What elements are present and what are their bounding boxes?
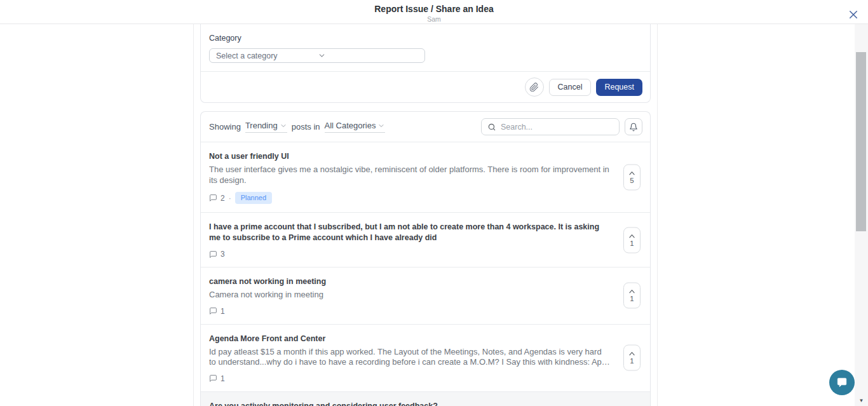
post-title[interactable]: I have a prime account that I subscribed… [209,222,611,243]
chevron-up-icon [628,233,635,238]
post-meta: 1 [209,307,611,316]
upvote-button[interactable]: 1 [623,345,641,371]
feedback-posts-card: Showing Trending posts in All Categories [200,111,651,406]
page-subtitle: Sam [0,15,868,23]
report-form-card: Category Select a category Cancel Reques… [200,24,651,103]
post-description: Camera not working in meeting [209,290,611,301]
post-row[interactable]: I have a prime account that I subscribed… [201,212,650,267]
posts-list: Not a user friendly UI The user interfac… [201,142,650,406]
chevron-up-icon [628,289,635,294]
chevron-down-icon [280,122,287,130]
scrollbar-down-arrow[interactable]: ▼ [855,396,868,405]
comments-button[interactable]: 2 [209,194,225,203]
vote-count: 1 [630,357,634,365]
comments-button[interactable]: 1 [209,307,225,316]
search-box [481,118,620,135]
filter-bar: Showing Trending posts in All Categories [201,112,650,142]
upvote-button[interactable]: 5 [623,165,641,191]
upvote-button[interactable]: 1 [623,227,641,253]
comment-count: 1 [220,307,225,316]
post-description: Id pay atleast $15 a month if this app w… [209,347,611,368]
category-select-value: Select a category [216,51,318,60]
post-meta: 2 · Planned [209,192,611,204]
chat-bubble-icon [836,377,848,388]
posts-in-label: posts in [292,122,320,132]
vote-count: 1 [630,295,634,302]
close-button[interactable] [848,8,862,22]
bell-icon [629,123,638,132]
category-label: Category [209,34,642,43]
content-column: Category Select a category Cancel Reques… [193,24,658,406]
showing-label: Showing [209,122,241,132]
chevron-up-icon [628,171,635,176]
sort-dropdown[interactable]: Trending [245,121,287,133]
attach-file-button[interactable] [525,78,544,97]
search-icon [487,123,496,132]
post-row[interactable]: camera not working in meeting Camera not… [201,267,650,324]
comments-button[interactable]: 3 [209,250,225,259]
chevron-up-icon [628,351,635,356]
upvote-button[interactable]: 1 [623,283,641,309]
comment-count: 3 [220,250,225,259]
comment-count: 2 [220,194,225,203]
meta-separator: · [229,194,231,203]
page-scrollbar[interactable]: ▼ [855,24,868,406]
post-row[interactable]: Agenda More Front and Center Id pay atle… [201,324,650,391]
request-button[interactable]: Request [596,79,642,96]
chevron-down-icon [318,51,419,60]
category-filter-dropdown[interactable]: All Categories [325,121,386,133]
post-meta: 3 [209,250,611,259]
notifications-button[interactable] [625,118,642,135]
category-filter-value: All Categories [325,121,376,130]
close-icon [848,9,862,20]
page-title: Report Issue / Share an Idea [0,0,868,14]
scrollbar-thumb[interactable] [856,52,866,231]
post-title[interactable]: Agenda More Front and Center [209,334,611,344]
search-input[interactable] [501,123,619,132]
comment-icon [209,194,217,202]
vote-count: 1 [630,239,634,247]
comments-button[interactable]: 1 [209,374,225,383]
post-row[interactable]: Not a user friendly UI The user interfac… [201,142,650,212]
modal-header: Report Issue / Share an Idea Sam [0,0,868,24]
post-description: The user interface gives me a nostalgic … [209,165,611,186]
comment-icon [209,374,217,382]
status-badge[interactable]: Planned [235,192,272,204]
chat-widget-button[interactable] [829,370,855,395]
comment-icon [209,307,217,315]
post-row[interactable]: Are you actively monitoring and consider… [201,391,650,406]
vote-count: 5 [630,177,634,184]
comment-icon [209,250,217,259]
post-title[interactable]: Are you actively monitoring and consider… [209,401,611,406]
comment-count: 1 [220,374,225,383]
post-meta: 1 [209,374,611,383]
category-select[interactable]: Select a category [209,48,425,63]
post-title[interactable]: camera not working in meeting [209,276,611,287]
sort-dropdown-value: Trending [245,121,278,130]
paperclip-icon [529,83,539,92]
cancel-button[interactable]: Cancel [549,79,592,96]
post-title[interactable]: Not a user friendly UI [209,151,611,162]
chevron-down-icon [377,122,385,130]
